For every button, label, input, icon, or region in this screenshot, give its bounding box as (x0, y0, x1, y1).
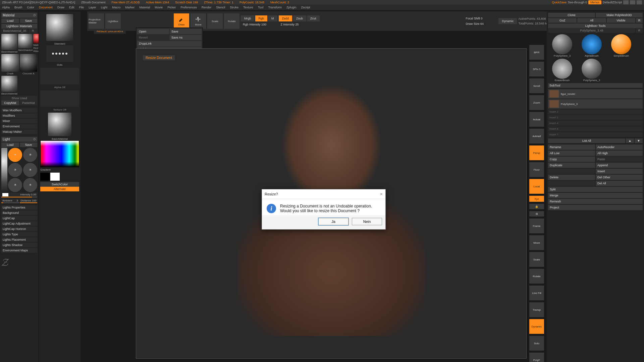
material-thumb[interactable] (20, 54, 38, 72)
menu-item[interactable]: Layer (89, 6, 96, 9)
persp-button[interactable]: Persp (529, 145, 544, 160)
revert-button[interactable]: Revert (137, 35, 169, 40)
del-all-button[interactable]: Del All (596, 181, 643, 186)
menu-item[interactable]: Material (139, 6, 150, 9)
lightbox-button[interactable]: LightBox (105, 13, 121, 29)
tool-thumb[interactable] (582, 59, 602, 79)
light-color-swatch[interactable] (2, 193, 8, 196)
frame-button[interactable]: Frame (529, 219, 544, 233)
section-wax[interactable]: Wax Modifiers (1, 108, 37, 113)
goz-all-button[interactable]: All (577, 18, 606, 23)
material-thumb[interactable] (33, 34, 39, 43)
default-zscript[interactable]: DefaultZScript (603, 1, 622, 4)
quicksave[interactable]: QuickSave (552, 1, 567, 4)
all-low-button[interactable]: All Low (548, 150, 595, 156)
yes-button[interactable]: Ja (318, 218, 348, 225)
arrow-up-icon[interactable]: ▲ (626, 138, 634, 143)
tool-thumb[interactable] (552, 59, 572, 79)
copy-button[interactable]: Copy (548, 157, 595, 162)
subtool-row[interactable]: figur_render (548, 89, 643, 99)
stroke-preview[interactable] (46, 45, 73, 62)
scale-mode-button[interactable]: Scale (207, 13, 223, 29)
rgb-button[interactable]: Rgb (255, 15, 268, 21)
section-environment[interactable]: Environment (1, 124, 37, 129)
subtool-row[interactable]: Insert 1 (548, 115, 643, 120)
save-light-button[interactable]: Save (20, 142, 38, 147)
polyf-button[interactable]: PolyF (529, 353, 544, 362)
split-button[interactable]: Split (548, 187, 643, 192)
light-slot[interactable]: ☀ (8, 148, 22, 162)
draw-mode-button[interactable]: Draw (174, 13, 189, 29)
menu-item[interactable]: Tool (258, 6, 264, 9)
draw-size-slider[interactable]: Draw Size 64 (464, 21, 497, 26)
goz-button[interactable]: GoZ (548, 18, 577, 23)
menu-item[interactable]: Alpha (2, 6, 10, 9)
save-button[interactable]: Save (170, 29, 202, 34)
copy-mat-button[interactable]: CopyMat (1, 101, 19, 105)
subtool-row[interactable]: Insert 6 (548, 126, 643, 131)
max-icon[interactable] (630, 0, 635, 4)
light-slot[interactable]: ☀ (23, 178, 37, 192)
menu-item[interactable]: Marker (125, 6, 135, 9)
make-polymesh-button[interactable]: Make PolyMesh3D (596, 13, 643, 17)
load-light-button[interactable]: Load (1, 142, 19, 147)
zoom-button[interactable]: Zoom (529, 95, 544, 110)
menu-item-document[interactable]: Document (39, 6, 53, 9)
move-mode-button[interactable]: Move (191, 13, 206, 29)
section-matcap[interactable]: Matcap Maker (1, 129, 37, 134)
clone-button[interactable]: Clone (548, 13, 595, 17)
light-section[interactable]: Lights Shadow (1, 243, 37, 247)
scale-button[interactable]: Scale (529, 252, 544, 267)
light-section[interactable]: Background (1, 210, 37, 215)
remesh-button[interactable]: Remesh (548, 199, 643, 204)
subtool-row[interactable]: PolySphere_3 (548, 99, 643, 109)
linefill-button[interactable]: Line Fill (529, 286, 544, 300)
tool-r-toggle[interactable]: R (636, 28, 643, 33)
menu-item[interactable]: Preferences (180, 6, 197, 9)
material-thumb[interactable] (18, 34, 33, 48)
menu-item[interactable]: Brush (14, 6, 22, 9)
material-thumb[interactable] (1, 34, 17, 50)
light-section[interactable]: LightCap Horizon (1, 227, 37, 231)
saveas-button[interactable]: Save As (170, 35, 202, 40)
menu-item[interactable]: Zplugin (286, 6, 297, 9)
show-used-button[interactable]: Show Used (1, 96, 37, 101)
swatch-black[interactable] (40, 173, 50, 181)
brush-preview[interactable] (46, 14, 73, 41)
actual-button[interactable]: Actual (529, 112, 544, 127)
menu-item[interactable]: Movie (155, 6, 163, 9)
menu-item[interactable]: Texture (243, 6, 253, 9)
paste-mat-button[interactable]: PasteMat (20, 101, 38, 105)
menu-item[interactable]: Edit (69, 6, 74, 9)
save-material-button[interactable]: Save (20, 18, 38, 23)
close-icon[interactable] (637, 0, 642, 4)
section-modifiers[interactable]: Modifiers (1, 113, 37, 118)
light-section[interactable]: LightCap (1, 216, 37, 221)
open-button[interactable]: Open (137, 29, 169, 34)
distance-slider[interactable] (20, 202, 38, 203)
xyz-button[interactable]: Xyz (529, 196, 544, 202)
local-button[interactable]: Local (529, 179, 544, 194)
dialog-close-icon[interactable]: × (380, 191, 383, 197)
zcut-button[interactable]: Zcut (307, 15, 320, 21)
light-section[interactable]: LightCap Adjustment (1, 221, 37, 226)
menu-item[interactable]: Color (27, 6, 35, 9)
mrgb-button[interactable]: Mrgb (241, 15, 255, 21)
bpr-button[interactable]: BPR (529, 45, 544, 60)
z-intensity-slider[interactable]: Z Intensity 25 (279, 22, 320, 27)
light-section[interactable]: Lights Type (1, 232, 37, 237)
zsub-button[interactable]: Zsub (293, 15, 306, 21)
light-section[interactable]: Environment Maps (1, 248, 37, 253)
subtool-row[interactable]: Insert 4 (548, 121, 643, 126)
menu-item[interactable]: Stroke (230, 6, 238, 9)
list-all-button[interactable]: List All (548, 138, 625, 143)
duplicate-button[interactable]: Duplicate (548, 163, 595, 168)
append-button[interactable]: Append (596, 163, 643, 168)
zadd-button[interactable]: Zadd (279, 15, 292, 21)
tool-thumb[interactable] (552, 34, 572, 54)
light-slot[interactable]: ☀ (23, 163, 37, 177)
load-material-button[interactable]: Load (1, 18, 19, 23)
lightbox-tools-button[interactable]: Lightbox› Tools (548, 23, 643, 28)
all-high-button[interactable]: All High (596, 150, 643, 156)
section-mixer[interactable]: Mixer (1, 119, 37, 123)
